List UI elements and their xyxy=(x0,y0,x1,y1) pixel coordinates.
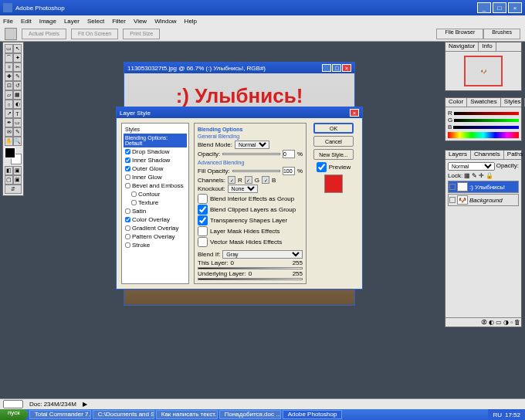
color-tab[interactable]: Color xyxy=(445,98,467,107)
menu-file[interactable]: File xyxy=(3,18,13,25)
r-slider[interactable] xyxy=(454,112,519,115)
style-bevel-emboss[interactable]: Bevel and Emboss xyxy=(124,181,187,190)
blend-interior-checkbox[interactable] xyxy=(198,194,208,204)
zoom-input[interactable] xyxy=(3,400,23,408)
shape-tool[interactable]: ▭ xyxy=(13,118,22,127)
knockout-select[interactable]: None xyxy=(228,185,258,193)
close-button[interactable]: × xyxy=(508,2,522,13)
brushes-tab[interactable]: Brushes xyxy=(483,29,520,39)
marquee-tool[interactable]: ▭ xyxy=(5,44,13,53)
quickmask-tool[interactable]: ◧ xyxy=(5,166,13,175)
visibility-icon[interactable] xyxy=(449,184,456,190)
channel-b-checkbox[interactable]: ✓ xyxy=(262,176,269,184)
adjustment-icon[interactable]: ◑ xyxy=(503,319,509,326)
dialog-titlebar[interactable]: Layer Style × xyxy=(117,107,362,118)
layer-row-text[interactable]: T :) Улыбнись! xyxy=(448,181,519,193)
transparency-shapes-checkbox[interactable] xyxy=(198,215,208,225)
doc-close-button[interactable]: × xyxy=(342,64,351,72)
eraser-tool[interactable]: ▱ xyxy=(5,90,13,100)
style-color-overlay[interactable]: Color Overlay xyxy=(124,215,187,224)
this-layer-slider[interactable] xyxy=(198,267,303,269)
blur-tool[interactable]: ○ xyxy=(5,100,13,109)
dodge-tool[interactable]: ◐ xyxy=(13,100,22,109)
blending-options-item[interactable]: Blending Options: Default xyxy=(124,134,187,147)
opacity-input[interactable] xyxy=(283,150,295,158)
satin-checkbox[interactable] xyxy=(125,208,130,214)
lasso-tool[interactable]: ⌒ xyxy=(5,53,13,63)
blendif-select[interactable]: Gray xyxy=(222,250,303,259)
inner-glow-checkbox[interactable] xyxy=(125,174,130,180)
contour-checkbox[interactable] xyxy=(131,191,137,197)
mode-std[interactable]: ▢ xyxy=(5,175,13,185)
type-tool[interactable]: T xyxy=(13,109,22,118)
g-slider[interactable] xyxy=(454,119,519,122)
drop-shadow-checkbox[interactable] xyxy=(125,149,130,154)
visibility-icon[interactable] xyxy=(449,197,456,203)
notes-tool[interactable]: ✉ xyxy=(5,127,13,137)
jump-to-imageready[interactable]: ⇵ xyxy=(5,185,22,194)
lock-pixels-icon[interactable]: ✎ xyxy=(472,172,477,179)
vector-mask-checkbox[interactable] xyxy=(198,237,208,247)
layer-style-icon[interactable]: ⦿ xyxy=(481,319,487,326)
color-swatches[interactable] xyxy=(5,147,22,164)
task-item-active[interactable]: Adobe Photoshop xyxy=(283,410,343,419)
info-tab[interactable]: Info xyxy=(479,42,496,51)
actual-pixels-button[interactable]: Actual Pixels xyxy=(22,29,66,39)
wand-tool[interactable]: ✦ xyxy=(13,53,22,63)
inner-shadow-checkbox[interactable] xyxy=(125,158,130,163)
navigator-thumbnail[interactable]: 🐶 xyxy=(464,56,503,86)
crop-tool[interactable]: ⌗ xyxy=(5,63,13,72)
brush-tool[interactable]: ✎ xyxy=(13,72,22,81)
b-slider[interactable] xyxy=(453,126,519,129)
style-drop-shadow[interactable]: Drop Shadow xyxy=(124,147,187,156)
task-item[interactable]: Total Commander 7.0... xyxy=(29,410,91,419)
style-inner-glow[interactable]: Inner Glow xyxy=(124,173,187,181)
preview-checkbox[interactable] xyxy=(317,162,327,172)
gradient-tool[interactable]: ▦ xyxy=(13,90,22,100)
layer-row-background[interactable]: 🐶 Background xyxy=(448,194,519,206)
style-satin[interactable]: Satin xyxy=(124,207,187,215)
minimize-button[interactable]: _ xyxy=(477,2,491,13)
doc-maximize-button[interactable]: □ xyxy=(332,64,341,72)
status-arrow-icon[interactable]: ▶ xyxy=(83,401,87,408)
channels-tab[interactable]: Channels xyxy=(471,151,504,159)
layer-mask-icon[interactable]: ◐ xyxy=(489,319,494,326)
start-button[interactable]: пуск xyxy=(0,409,28,420)
maximize-button[interactable]: □ xyxy=(493,2,506,13)
styles-tab[interactable]: Styles xyxy=(501,98,525,107)
history-brush-tool[interactable]: ↺ xyxy=(13,81,22,90)
pattern-overlay-checkbox[interactable] xyxy=(125,234,130,239)
hand-tool[interactable]: ✋ xyxy=(5,137,13,146)
path-tool[interactable]: ↗ xyxy=(5,109,13,118)
dialog-close-button[interactable]: × xyxy=(350,109,359,117)
screenmode-tool[interactable]: ▣ xyxy=(13,166,22,175)
style-contour[interactable]: Contour xyxy=(124,190,187,198)
lock-all-icon[interactable]: 🔒 xyxy=(486,172,493,179)
new-folder-icon[interactable]: ▭ xyxy=(496,319,502,326)
layer-mask-checkbox[interactable] xyxy=(198,226,208,236)
stroke-checkbox[interactable] xyxy=(125,242,130,248)
menu-help[interactable]: Help xyxy=(185,18,197,25)
task-item[interactable]: C:\Documents and Se... xyxy=(93,410,154,419)
layer-blend-mode[interactable]: Normal xyxy=(448,162,495,171)
ok-button[interactable]: OK xyxy=(313,123,354,134)
fill-opacity-slider[interactable] xyxy=(232,170,280,172)
menu-view[interactable]: View xyxy=(134,18,147,25)
current-tool-icon[interactable] xyxy=(5,28,17,40)
file-browser-tab[interactable]: File Browser xyxy=(436,29,483,39)
lock-position-icon[interactable]: ✛ xyxy=(479,172,484,179)
menu-select[interactable]: Select xyxy=(87,18,104,25)
new-style-button[interactable]: New Style... xyxy=(313,149,354,160)
move-tool[interactable]: ↖ xyxy=(13,44,22,53)
menu-layer[interactable]: Layer xyxy=(64,18,80,25)
underlying-slider[interactable] xyxy=(198,278,303,280)
zoom-tool[interactable]: 🔍 xyxy=(13,137,22,146)
style-gradient-overlay[interactable]: Gradient Overlay xyxy=(124,224,187,232)
task-item[interactable]: Понадобится.doc ... xyxy=(219,410,281,419)
color-ramp[interactable] xyxy=(448,132,519,138)
document-titlebar[interactable]: 1130530327t5.jpg @ 66.7% (:) Улыбнись!, … xyxy=(124,63,354,73)
print-size-button[interactable]: Print Size xyxy=(123,29,160,39)
trash-icon[interactable]: 🗑 xyxy=(514,319,520,326)
menu-filter[interactable]: Filter xyxy=(112,18,126,25)
swatches-tab[interactable]: Swatches xyxy=(467,98,501,107)
